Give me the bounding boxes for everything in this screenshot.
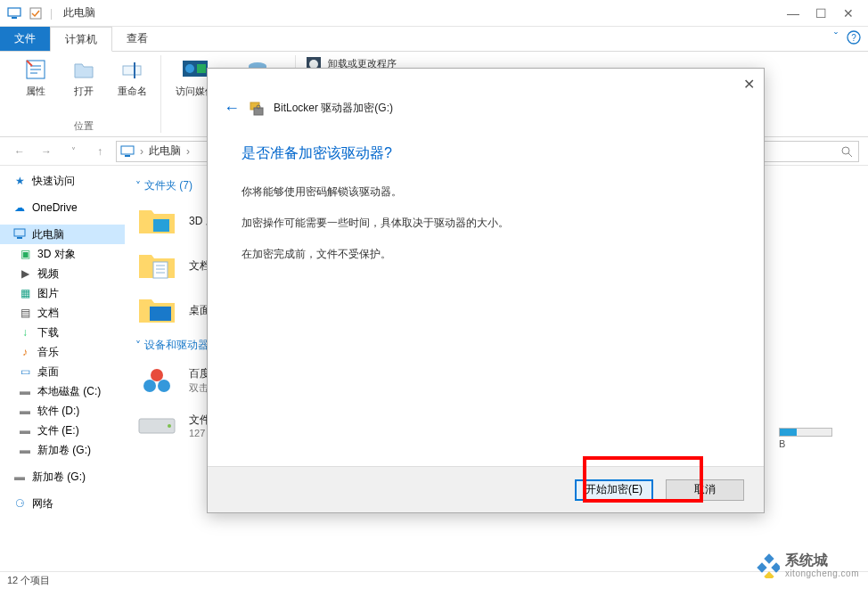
svg-rect-34 [771,562,780,572]
picture-icon: ▦ [18,286,32,300]
dialog-question: 是否准备加密该驱动器? [242,144,730,163]
disk-size-label: B [779,438,785,449]
sidebar-item-music[interactable]: ♪音乐 [0,342,125,362]
watermark-logo-icon [755,553,780,578]
sidebar-item-softd[interactable]: ▬软件 (D:) [0,401,125,421]
close-icon[interactable]: ✕ [743,76,755,93]
svg-point-28 [168,424,171,428]
sidebar-item-onedrive[interactable]: ☁OneDrive [0,198,125,217]
music-icon: ♪ [18,345,32,359]
open-button[interactable]: 打开 [64,55,103,97]
dialog-titlebar: ✕ [208,69,764,99]
sidebar-item-videos[interactable]: ▶视频 [0,264,125,283]
star-icon: ★ [12,174,27,188]
drive-icon: ▬ [18,443,32,457]
ribbon-tabs: 文件 计算机 查看 ˇ ? [0,27,868,52]
app-icon [135,363,178,398]
desktop-icon: ▭ [18,364,32,379]
svg-rect-20 [17,237,22,239]
breadcrumb-item[interactable]: 此电脑 [149,143,181,159]
sidebar-item-desktop[interactable]: ▭桌面 [0,362,125,381]
cancel-button[interactable]: 取消 [666,479,744,501]
sidebar-item-pictures[interactable]: ▦图片 [0,283,125,303]
ribbon-group-label: 位置 [74,119,94,133]
computer-icon [12,227,27,241]
tab-view[interactable]: 查看 [112,27,162,51]
cloud-icon: ☁ [12,200,27,215]
back-arrow-icon[interactable]: ← [224,99,240,118]
sidebar-item-network[interactable]: ⚆网络 [0,494,125,513]
dialog-text: 你将能够使用密码解锁该驱动器。 [242,184,730,200]
start-encrypt-button[interactable]: 开始加密(E) [575,479,653,501]
svg-rect-2 [30,8,41,19]
folder-icon [135,248,178,283]
bitlocker-dialog: ✕ ← BitLocker 驱动器加密(G:) 是否准备加密该驱动器? 你将能够… [207,68,765,513]
disk-usage-bar [779,428,832,437]
computer-icon [120,144,135,159]
svg-point-9 [185,64,194,73]
svg-point-18 [842,147,849,154]
sidebar-item-newvolg[interactable]: ▬新加卷 (G:) [0,440,125,460]
tab-computer[interactable]: 计算机 [50,27,112,52]
svg-rect-17 [125,155,130,157]
dialog-text: 加密操作可能需要一些时间，具体取决于驱动器的大小。 [242,216,730,231]
window-titlebar: | 此电脑 — ☐ ✕ [0,0,868,27]
drive-icon: ▬ [18,423,32,438]
drive-icon: ▬ [18,384,32,398]
computer-icon [7,6,21,20]
minimize-button[interactable]: — [787,6,799,20]
svg-rect-35 [764,571,774,578]
drive-icon [135,407,178,443]
nav-pane: ★快速访问 ☁OneDrive 此电脑 ▣3D 对象 ▶视频 ▦图片 ▤文档 ↓… [0,166,125,571]
sidebar-item-filese[interactable]: ▬文件 (E:) [0,421,125,440]
nav-forward-icon[interactable]: → [36,141,57,162]
svg-rect-22 [153,262,168,278]
sidebar-item-thispc[interactable]: 此电脑 [0,225,125,244]
chevron-down-icon: ˅ [135,339,141,352]
maximize-button[interactable]: ☐ [815,6,827,20]
svg-rect-19 [14,229,25,236]
dialog-body: 是否准备加密该驱动器? 你将能够使用密码解锁该驱动器。 加密操作可能需要一些时间… [208,127,764,296]
rename-button[interactable]: 重命名 [112,55,151,97]
drive-info-col: B [779,166,859,449]
item-count: 12 个项目 [7,574,50,587]
sidebar-item-downloads[interactable]: ↓下载 [0,323,125,342]
sidebar-item-newvolg2[interactable]: ▬新加卷 (G:) [0,467,125,487]
nav-up-icon[interactable]: ↑ [89,141,111,162]
folder-icon [135,292,178,328]
quick-access-toolbar: | [7,6,53,20]
sidebar-item-documents[interactable]: ▤文档 [0,303,125,323]
properties-button[interactable]: 属性 [16,55,55,97]
sidebar-item-localc[interactable]: ▬本地磁盘 (C:) [0,381,125,401]
svg-rect-0 [8,8,20,16]
ribbon-collapse-icon[interactable]: ˇ [834,31,838,44]
watermark-url: xitongcheng.com [785,569,859,578]
watermark-title: 系统城 [785,552,859,569]
status-bar: 12 个项目 [0,571,868,589]
nav-recent-icon[interactable]: ˅ [62,141,84,162]
folder-icon [135,203,178,239]
chevron-right-icon[interactable]: › [140,145,143,158]
lock-icon [249,101,265,117]
dialog-footer: 开始加密(E) 取消 [208,466,764,512]
svg-rect-7 [134,62,135,78]
watermark: 系统城 xitongcheng.com [755,552,859,578]
video-icon: ▶ [18,266,32,281]
nav-back-icon[interactable]: ← [9,141,30,162]
drive-icon: ▬ [12,470,27,484]
svg-rect-10 [197,64,206,73]
tab-file[interactable]: 文件 [0,27,50,51]
qat-divider: | [50,7,53,20]
svg-rect-32 [764,553,774,563]
close-button[interactable]: ✕ [843,6,854,20]
svg-point-24 [151,369,163,381]
window-controls: — ☐ ✕ [787,6,861,20]
svg-point-25 [143,380,156,392]
help-icon[interactable]: ? [847,30,861,45]
checkbox-icon[interactable] [29,6,43,20]
dialog-title: BitLocker 驱动器加密(G:) [274,101,393,116]
sidebar-item-quick[interactable]: ★快速访问 [0,171,125,191]
search-icon [840,145,853,158]
sidebar-item-3dobjects[interactable]: ▣3D 对象 [0,244,125,264]
chevron-right-icon[interactable]: › [186,145,190,158]
